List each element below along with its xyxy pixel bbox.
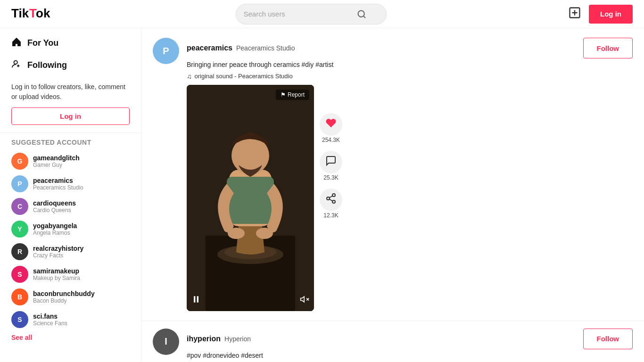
- post-header-1: peaceramics Peaceramics Studio Follow: [187, 38, 633, 58]
- comment-button-1[interactable]: [320, 151, 342, 173]
- login-prompt: Log in to follow creators, like, comment…: [0, 76, 141, 133]
- mute-button-1[interactable]: [300, 295, 309, 306]
- share-button-1[interactable]: [320, 189, 342, 211]
- video-player-1[interactable]: ⚑ Report: [187, 85, 314, 311]
- svg-line-28: [330, 199, 333, 201]
- suggested-account-samiramakeup[interactable]: S samiramakeup Makeup by Samira: [11, 263, 130, 286]
- username-peaceramics: peaceramics: [33, 177, 130, 184]
- post-description-2: #pov #dronevideo #desert: [187, 351, 633, 361]
- suggested-account-yogabyangela[interactable]: Y yogabyangela Angela Ramos: [11, 218, 130, 240]
- username-cardioqueens: cardioqueens: [33, 199, 130, 207]
- post-avatar-2[interactable]: I: [153, 329, 179, 355]
- avatar-baconbrunchbuddy: B: [11, 288, 28, 305]
- action-buttons-1: 254.3K 25.3K: [320, 85, 342, 219]
- pause-button-1[interactable]: [191, 295, 201, 306]
- see-all-button[interactable]: See all: [11, 331, 32, 344]
- share-icon-1: [325, 193, 337, 207]
- display-scifans: Science Fans: [33, 320, 130, 327]
- search-bar[interactable]: [236, 4, 387, 25]
- suggested-info-cardioqueens: cardioqueens Cardio Queens: [33, 199, 130, 214]
- username-gameandglitch: gameandglitch: [33, 154, 130, 162]
- avatar-samiramakeup: S: [11, 266, 28, 283]
- display-gameandglitch: Gamer Guy: [33, 162, 130, 168]
- post-avatar-1[interactable]: P: [153, 38, 179, 64]
- following-label: Following: [27, 60, 67, 70]
- like-group-1: 254.3K: [320, 113, 342, 143]
- login-button[interactable]: Log in: [589, 5, 633, 24]
- header-right: Log in: [568, 5, 633, 24]
- avatar-cardioqueens: C: [11, 198, 28, 215]
- feed-post-2: I ihyperion Hyperion Follow #pov #dronev…: [141, 321, 644, 362]
- follow-button-2[interactable]: Follow: [583, 329, 633, 349]
- main-layout: For You Following Log in to follow creat…: [0, 28, 644, 362]
- username-samiramakeup: samiramakeup: [33, 267, 130, 275]
- username-yogabyangela: yogabyangela: [33, 222, 130, 230]
- suggested-account-peaceramics[interactable]: P peaceramics Peaceramics Studio: [11, 173, 130, 195]
- share-count-1: 12.3K: [323, 212, 338, 219]
- svg-rect-21: [197, 296, 198, 302]
- suggested-account-cardioqueens[interactable]: C cardioqueens Cardio Queens: [11, 195, 130, 218]
- display-samiramakeup: Makeup by Samira: [33, 275, 130, 281]
- following-icon: [11, 59, 22, 72]
- comment-icon-1: [325, 155, 337, 169]
- post-content-1: peaceramics Peaceramics Studio Follow Br…: [187, 38, 633, 311]
- logo[interactable]: Tik T ok: [11, 5, 54, 23]
- suggested-account-scifans[interactable]: S sci.fans Science Fans: [11, 308, 130, 331]
- music-note-icon-1: ♫: [187, 73, 192, 80]
- search-input[interactable]: [244, 10, 357, 18]
- report-button-1[interactable]: ⚑ Report: [276, 90, 309, 100]
- login-prompt-button[interactable]: Log in: [11, 107, 130, 125]
- display-realcrazyhistory: Crazy Facts: [33, 252, 130, 259]
- follow-button-1[interactable]: Follow: [583, 38, 633, 58]
- username-realcrazyhistory: realcrazyhistory: [33, 245, 130, 252]
- for-you-label: For You: [27, 38, 58, 48]
- feed: P peaceramics Peaceramics Studio Follow …: [141, 28, 644, 362]
- avatar-scifans: S: [11, 311, 28, 328]
- suggested-info-baconbrunchbuddy: baconbrunchbuddy Bacon Buddy: [33, 290, 130, 304]
- like-count-1: 254.3K: [322, 137, 340, 143]
- sidebar-item-following[interactable]: Following: [0, 54, 141, 76]
- suggested-accounts-section: Suggested account G gameandglitch Gamer …: [0, 133, 141, 348]
- svg-point-8: [14, 61, 17, 64]
- suggested-info-peaceramics: peaceramics Peaceramics Studio: [33, 177, 130, 191]
- sidebar-item-for-you[interactable]: For You: [0, 32, 141, 54]
- flag-icon: ⚑: [281, 91, 286, 98]
- post-sound-1: ♫ original sound - Peaceramics Studio: [187, 73, 633, 80]
- logo-text: Tik T ok: [11, 5, 54, 23]
- post-username-2[interactable]: ihyperion: [187, 335, 221, 343]
- avatar-realcrazyhistory: R: [11, 243, 28, 260]
- post-description-1: Bringing inner peace through ceramics #d…: [187, 60, 633, 70]
- avatar-yogabyangela: Y: [11, 221, 28, 238]
- svg-marker-22: [301, 296, 305, 302]
- suggested-info-scifans: sci.fans Science Fans: [33, 313, 130, 327]
- post-header-2: ihyperion Hyperion Follow: [187, 329, 633, 349]
- video-controls-1: [191, 295, 309, 306]
- sidebar: For You Following Log in to follow creat…: [0, 28, 141, 362]
- feed-post-1: P peaceramics Peaceramics Studio Follow …: [141, 28, 644, 321]
- like-button-1[interactable]: [320, 113, 342, 136]
- svg-rect-20: [194, 296, 195, 302]
- svg-point-25: [332, 194, 335, 197]
- comment-count-1: 25.3K: [323, 174, 338, 181]
- video-overlay-1: ⚑ Report: [187, 85, 314, 311]
- display-baconbrunchbuddy: Bacon Buddy: [33, 297, 130, 304]
- post-content-2: ihyperion Hyperion Follow #pov #dronevid…: [187, 329, 633, 362]
- suggested-title: Suggested account: [11, 139, 130, 146]
- svg-line-29: [330, 196, 333, 197]
- upload-button[interactable]: [568, 6, 581, 22]
- home-icon: [11, 37, 22, 49]
- post-display-1: Peaceramics Studio: [236, 44, 295, 52]
- svg-line-4: [363, 16, 365, 17]
- login-prompt-text: Log in to follow creators, like, comment…: [11, 82, 130, 102]
- svg-point-27: [332, 200, 335, 203]
- suggested-info-realcrazyhistory: realcrazyhistory Crazy Facts: [33, 245, 130, 259]
- post-display-2: Hyperion: [224, 335, 251, 343]
- suggested-info-gameandglitch: gameandglitch Gamer Guy: [33, 154, 130, 168]
- suggested-account-realcrazyhistory[interactable]: R realcrazyhistory Crazy Facts: [11, 240, 130, 263]
- display-yogabyangela: Angela Ramos: [33, 230, 130, 236]
- search-button[interactable]: [357, 9, 366, 19]
- post-username-1[interactable]: peaceramics: [187, 44, 232, 52]
- suggested-account-gameandglitch[interactable]: G gameandglitch Gamer Guy: [11, 150, 130, 173]
- display-peaceramics: Peaceramics Studio: [33, 184, 130, 191]
- suggested-account-baconbrunchbuddy[interactable]: B baconbrunchbuddy Bacon Buddy: [11, 286, 130, 308]
